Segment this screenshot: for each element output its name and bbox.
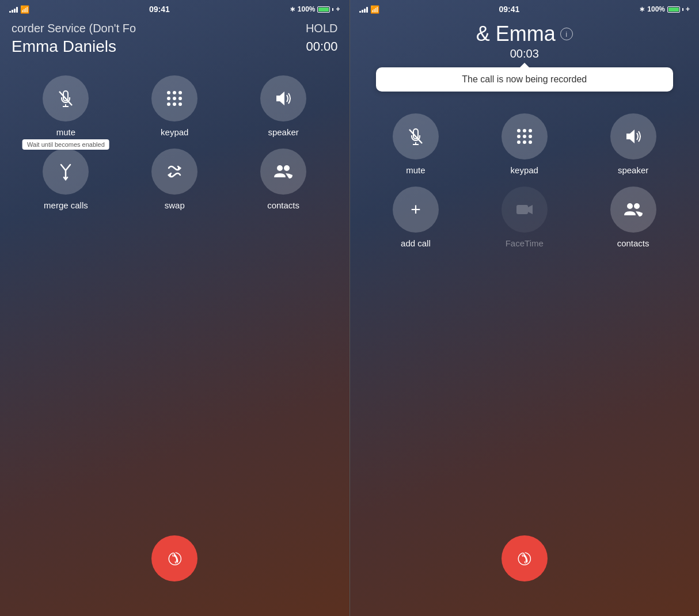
contacts-icon-left: [273, 162, 294, 181]
speaker-icon-right: [624, 127, 643, 146]
contacts-button-right[interactable]: contacts: [610, 187, 656, 248]
status-right-left: ∗ 100% +: [290, 5, 340, 13]
svg-rect-10: [516, 205, 528, 214]
mute-button-left[interactable]: mute: [43, 75, 89, 137]
merge-calls-label-left: merge calls: [44, 200, 88, 210]
wifi-icon-right: 📶: [370, 5, 379, 14]
contacts-btn-wrapper-right: contacts: [584, 187, 682, 248]
keypad-button-right[interactable]: keypad: [502, 113, 548, 175]
merge-circle-left: [43, 149, 89, 195]
mute-label-left: mute: [56, 127, 75, 137]
swap-btn-wrapper-left: swap: [126, 149, 223, 210]
swap-button-left[interactable]: swap: [151, 149, 197, 210]
keypad-icon-left: [167, 91, 182, 106]
buttons-grid-left: mute Wait until becomes enabled keypad: [0, 64, 350, 222]
contacts-button-left[interactable]: contacts: [260, 149, 306, 210]
keypad-label-left: keypad: [161, 127, 188, 137]
contacts-circle-right: [610, 187, 656, 233]
keypad-btn-wrapper-left: keypad: [126, 75, 223, 137]
speaker-button-left[interactable]: speaker: [260, 75, 306, 137]
swap-icon-left: [165, 162, 184, 181]
contacts-label-right: contacts: [617, 238, 649, 248]
end-call-area-left: ✆: [0, 518, 350, 616]
charging-icon-right: +: [686, 5, 690, 13]
speaker-button-right[interactable]: speaker: [610, 113, 656, 175]
status-left-right: 📶: [359, 5, 379, 14]
svg-marker-9: [626, 130, 635, 143]
svg-point-4: [277, 165, 283, 171]
facetime-label-right: FaceTime: [506, 238, 544, 248]
mute-button-right[interactable]: mute: [393, 113, 439, 175]
service-name-left: corder Service (Don't Fo: [12, 22, 136, 35]
speaker-label-left: speaker: [268, 127, 298, 137]
recording-tooltip: The call is now being recorded: [376, 67, 673, 92]
end-call-button-left[interactable]: ✆: [151, 535, 197, 581]
bluetooth-icon-left: ∗: [290, 5, 295, 13]
mute-icon-right: [407, 127, 425, 146]
mute-label-right: mute: [406, 165, 425, 175]
battery-icon-right: [667, 6, 680, 13]
end-call-button-right[interactable]: ✆: [502, 535, 548, 581]
end-call-icon-right: ✆: [512, 546, 537, 571]
add-call-btn-wrapper-right: + add call: [367, 187, 465, 248]
keypad-button-left[interactable]: keypad: [151, 75, 197, 137]
swap-circle-left: [151, 149, 197, 195]
add-call-circle-right: +: [393, 187, 439, 233]
call-info-left: corder Service (Don't Fo HOLD Emma Danie…: [0, 16, 350, 58]
speaker-label-right: speaker: [618, 165, 648, 175]
mute-circle-left: [43, 75, 89, 121]
end-call-icon-left: ✆: [162, 546, 187, 571]
contacts-circle-left: [260, 149, 306, 195]
contacts-label-left: contacts: [267, 200, 299, 210]
wifi-icon-left: 📶: [20, 5, 29, 14]
contacts-btn-wrapper-left: contacts: [235, 149, 332, 210]
speaker-btn-wrapper-left: speaker: [235, 75, 332, 137]
battery-icon-left: [317, 6, 330, 13]
caller-name-left: Emma Daniels: [12, 37, 116, 56]
add-call-label-right: add call: [401, 238, 431, 248]
svg-marker-3: [276, 92, 284, 105]
call-info-right: & Emma i 00:03: [350, 16, 700, 63]
keypad-circle-left: [151, 75, 197, 121]
battery-percent-left: 100%: [298, 5, 316, 13]
status-bar-left: 📶 09:41 ∗ 100% +: [0, 0, 350, 16]
info-circle-right[interactable]: i: [560, 28, 573, 40]
mute-icon-left: [56, 89, 75, 108]
contacts-icon-right: [623, 200, 644, 219]
time-left: 09:41: [149, 5, 170, 14]
time-right: 09:41: [499, 5, 519, 14]
keypad-icon-right: [517, 129, 532, 144]
keypad-btn-wrapper-right: keypad: [476, 113, 573, 175]
swap-label-left: swap: [165, 200, 185, 210]
mute-tooltip-left: Wait until becomes enabled: [22, 139, 109, 150]
speaker-btn-wrapper-right: speaker: [584, 113, 682, 175]
mute-circle-right: [393, 113, 439, 159]
facetime-button-right[interactable]: FaceTime: [502, 187, 548, 248]
signal-bars-right: [359, 6, 368, 13]
status-right-right: ∗ 100% +: [639, 5, 690, 13]
add-call-button-right[interactable]: + add call: [393, 187, 439, 248]
speaker-circle-left: [260, 75, 306, 121]
end-call-area-right: ✆: [350, 518, 700, 616]
keypad-label-right: keypad: [511, 165, 538, 175]
call-timer-left: 00:00: [306, 39, 337, 54]
right-phone-screen: 📶 09:41 ∗ 100% + & Emma i 00:03 The call…: [350, 0, 700, 616]
buttons-grid-right: mute keypad: [350, 102, 700, 260]
facetime-icon-right: [515, 201, 534, 218]
mute-btn-wrapper-right: mute: [367, 113, 465, 175]
battery-percent-right: 100%: [647, 5, 665, 13]
facetime-btn-wrapper-right: FaceTime: [476, 187, 573, 248]
hold-badge-left: HOLD: [306, 22, 338, 35]
facetime-circle-right: [502, 187, 548, 233]
status-bar-right: 📶 09:41 ∗ 100% +: [350, 0, 700, 16]
keypad-circle-right: [502, 113, 548, 159]
speaker-icon-left: [274, 89, 292, 108]
add-call-icon-right: +: [411, 200, 421, 219]
svg-point-13: [634, 203, 640, 209]
merge-calls-button-left[interactable]: merge calls: [43, 149, 89, 210]
svg-marker-11: [528, 205, 533, 214]
merge-btn-wrapper-left: merge calls: [17, 149, 115, 210]
caller-name-right: & Emma i: [362, 22, 688, 46]
charging-icon-left: +: [336, 5, 340, 13]
call-timer-right: 00:03: [362, 47, 688, 60]
